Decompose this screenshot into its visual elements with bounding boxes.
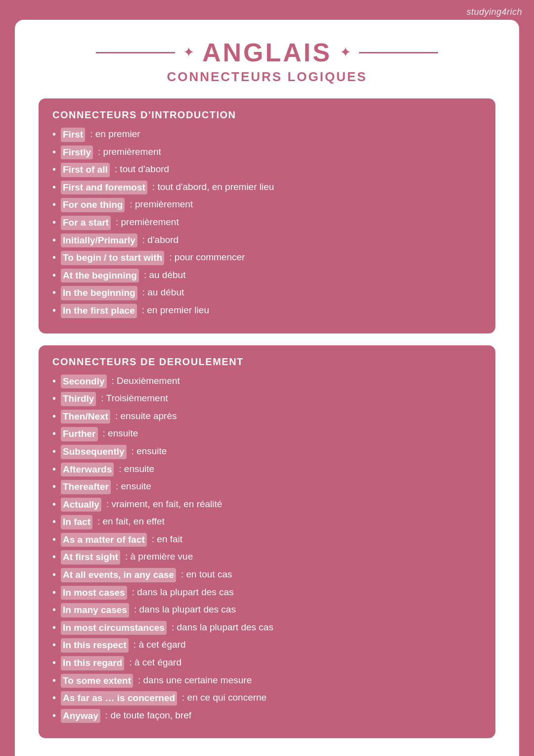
item-definition: : en fait [152, 533, 182, 546]
items-list-deroulement: Secondly: DeuxièmementThirdly: Troisième… [52, 375, 482, 723]
star-icon-left: ✦ [183, 46, 194, 59]
section-title-deroulement: CONNECTEURS DE DEROULEMENT [52, 356, 482, 368]
item-definition: : en premier lieu [142, 304, 209, 317]
keyword-highlight: Then/Next [61, 410, 110, 424]
item-definition: : dans la plupart des cas [172, 621, 273, 634]
item-definition: : premièrement [98, 145, 161, 159]
item-definition: : en tout cas [181, 568, 232, 581]
keyword-highlight: To begin / to start with [61, 251, 164, 265]
section-title-introduction: CONNECTEURS D'INTRODUCTION [52, 109, 482, 121]
item-definition: : au début [144, 269, 186, 282]
keyword-highlight: In the beginning [61, 286, 137, 300]
list-item: In most cases: dans la plupart des cas [52, 586, 482, 600]
title-section: ✦ ANGLAIS ✦ CONNECTEURS LOGIQUES [39, 38, 495, 85]
list-item: In fact: en fait, en effet [52, 515, 482, 529]
list-item: In most circumstances: dans la plupart d… [52, 621, 482, 635]
list-item: For one thing: premièrement [52, 198, 482, 212]
keyword-highlight: Thereafter [61, 480, 111, 494]
keyword-highlight: For one thing [61, 198, 125, 212]
list-item: Subsequently: ensuite [52, 445, 482, 459]
keyword-highlight: For a start [61, 216, 111, 230]
watermark-text: studying4rich [466, 7, 522, 17]
title-row: ✦ ANGLAIS ✦ [39, 38, 495, 67]
star-icon-right: ✦ [340, 46, 351, 59]
item-definition: : en premier [90, 128, 140, 141]
list-item: Further: ensuite [52, 427, 482, 441]
item-definition: : dans la plupart des cas [132, 586, 234, 599]
item-definition: : de toute façon, bref [105, 709, 191, 722]
list-item: First: en premier [52, 128, 482, 142]
keyword-highlight: Actually [61, 498, 101, 512]
keyword-highlight: Anyway [61, 709, 100, 723]
keyword-highlight: To some extent [61, 674, 133, 688]
item-definition: : ensuite [103, 427, 138, 440]
keyword-highlight: In the first place [61, 304, 137, 318]
list-item: Initially/Primarly: d'abord [52, 234, 482, 248]
list-item: First and foremost: tout d'abord, en pre… [52, 181, 482, 195]
item-definition: : vraiment, en fait, en réalité [106, 498, 222, 511]
section-deroulement: CONNECTEURS DE DEROULEMENTSecondly: Deux… [39, 345, 495, 739]
item-definition: : premièrement [116, 216, 179, 229]
list-item: To begin / to start with: pour commencer [52, 251, 482, 265]
item-definition: : ensuite [116, 480, 151, 493]
list-item: Thereafter: ensuite [52, 480, 482, 494]
keyword-highlight: Initially/Primarly [61, 234, 137, 248]
item-definition: : à première vue [125, 550, 193, 564]
list-item: At first sight: à première vue [52, 550, 482, 565]
list-item: In the beginning: au début [52, 286, 482, 300]
main-card: ✦ ANGLAIS ✦ CONNECTEURS LOGIQUES CONNECT… [15, 20, 519, 756]
item-definition: : à cet égard [129, 656, 181, 669]
item-definition: : en ce qui concerne [182, 691, 267, 705]
keyword-highlight: In this respect [61, 638, 129, 653]
list-item: At the beginning: au début [52, 269, 482, 283]
keyword-highlight: In most cases [61, 586, 127, 600]
items-list-introduction: First: en premierFirstly: premièrementFi… [52, 128, 482, 318]
keyword-highlight: As a matter of fact [61, 533, 147, 547]
item-definition: : pour commencer [169, 251, 245, 264]
list-item: Anyway: de toute façon, bref [52, 709, 482, 723]
list-item: Actually: vraiment, en fait, en réalité [52, 498, 482, 512]
keyword-highlight: First [61, 128, 85, 142]
keyword-highlight: At first sight [61, 550, 120, 565]
keyword-highlight: As far as … is concerned [61, 691, 177, 706]
title-line-left [96, 52, 175, 53]
subtitle: CONNECTEURS LOGIQUES [39, 69, 495, 85]
list-item: In this regard: à cet égard [52, 656, 482, 670]
item-definition: : Deuxièmement [112, 375, 180, 388]
keyword-highlight: In fact [61, 515, 92, 529]
list-item: Then/Next: ensuite après [52, 410, 482, 424]
list-item: As a matter of fact: en fait [52, 533, 482, 547]
list-item: In this respect: à cet égard [52, 638, 482, 653]
keyword-highlight: Thirdly [61, 392, 96, 406]
keyword-highlight: First and foremost [61, 181, 147, 195]
item-definition: : premièrement [130, 198, 193, 211]
item-definition: : au début [142, 286, 184, 299]
list-item: For a start: premièrement [52, 216, 482, 230]
list-item: Afterwards: ensuite [52, 463, 482, 477]
list-item: First of all: tout d'abord [52, 163, 482, 177]
keyword-highlight: At the beginning [61, 269, 139, 283]
title-line-right [359, 52, 438, 53]
list-item: Secondly: Deuxièmement [52, 375, 482, 389]
list-item: As far as … is concerned: en ce qui conc… [52, 691, 482, 706]
list-item: In the first place: en premier lieu [52, 304, 482, 318]
list-item: At all events, in any case: en tout cas [52, 568, 482, 582]
sections-container: CONNECTEURS D'INTRODUCTIONFirst: en prem… [39, 98, 495, 738]
item-definition: : à cet égard [134, 638, 186, 652]
item-definition: : tout d'abord, en premier lieu [152, 181, 274, 194]
item-definition: : ensuite [119, 463, 154, 476]
item-definition: : Troisièmement [101, 392, 168, 405]
list-item: To some extent: dans une certaine mesure [52, 674, 482, 688]
section-introduction: CONNECTEURS D'INTRODUCTIONFirst: en prem… [39, 98, 495, 333]
list-item: In many cases: dans la plupart des cas [52, 603, 482, 617]
list-item: Firstly: premièrement [52, 145, 482, 160]
item-definition: : d'abord [142, 234, 178, 247]
keyword-highlight: In this regard [61, 656, 124, 670]
keyword-highlight: Firstly [61, 145, 93, 160]
keyword-highlight: Afterwards [61, 463, 114, 477]
item-definition: : ensuite après [115, 410, 177, 423]
keyword-highlight: First of all [61, 163, 110, 177]
keyword-highlight: Further [61, 427, 98, 441]
keyword-highlight: At all events, in any case [61, 568, 176, 582]
item-definition: : dans une certaine mesure [138, 674, 252, 687]
